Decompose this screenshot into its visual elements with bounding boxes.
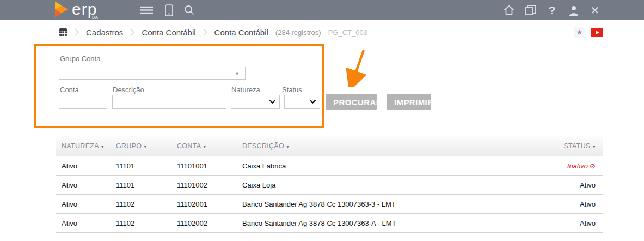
erp-logo-icon	[54, 1, 69, 17]
windows-cascade-icon[interactable]	[523, 0, 539, 20]
cell-grupo: 11101	[111, 162, 171, 170]
cell-descricao: Banco Santander Ag 3878 Cc 13007363-A - …	[237, 219, 532, 227]
table-row[interactable]: Ativo 11102 11102002 Banco Santander Ag …	[56, 214, 603, 233]
table-row[interactable]: Ativo 11101 11101002 Caixa Loja Ativo	[56, 176, 603, 195]
form-divider	[59, 49, 603, 49]
sort-icon: ▾	[593, 143, 596, 149]
column-header-descricao[interactable]: DESCRIÇÃO▾	[237, 142, 532, 150]
chevron-down-icon	[310, 100, 316, 104]
grupo-conta-dropdown[interactable]: ▼	[59, 67, 246, 80]
cell-natureza: Ativo	[56, 200, 111, 208]
sort-icon: ▾	[203, 143, 206, 149]
cell-grupo: 11102	[111, 219, 171, 227]
conta-label: Conta	[60, 86, 79, 94]
cell-grupo: 11102	[111, 200, 171, 208]
favorite-button[interactable]: ★	[574, 27, 585, 38]
conta-contabil-table: NATUREZA▾ GRUPO▾ CONTA▾ DESCRIÇÃO▾ STATU…	[56, 136, 603, 233]
erp-logo[interactable]: erp DA MODA	[54, 1, 97, 17]
descricao-label: Descrição	[113, 86, 144, 94]
column-header-status[interactable]: STATUS▾	[532, 142, 603, 150]
mobile-phone-icon[interactable]	[162, 0, 175, 20]
sort-icon: ▾	[101, 143, 104, 149]
cell-conta: 11101001	[171, 162, 237, 170]
breadcrumb-separator-icon	[75, 28, 79, 36]
table-row[interactable]: Ativo 11102 11102001 Banco Santander Ag …	[56, 195, 603, 214]
star-icon: ★	[576, 29, 582, 35]
breadcrumb-item-cadastros[interactable]: Cadastros	[86, 28, 123, 37]
status-label: Status	[282, 86, 302, 94]
table-row[interactable]: Ativo 11101 11101001 Caixa Fabrica Inati…	[56, 156, 603, 176]
home-icon[interactable]	[501, 0, 517, 20]
cell-status-inactive: Inativo⊘	[532, 162, 603, 170]
records-count: (284 registros)	[275, 28, 321, 37]
natureza-label: Natureza	[231, 86, 260, 94]
cell-descricao: Caixa Loja	[237, 181, 532, 189]
grupo-conta-label: Grupo Conta	[60, 55, 100, 63]
sort-icon: ▾	[144, 143, 146, 149]
cell-status: Ativo	[532, 219, 603, 227]
user-icon[interactable]	[566, 0, 581, 20]
breadcrumb-current-page: Conta Contábil	[214, 28, 268, 37]
breadcrumb-separator-icon	[203, 28, 207, 36]
close-icon[interactable]: ✕	[588, 0, 602, 20]
status-select[interactable]	[284, 95, 320, 109]
search-icon[interactable]	[182, 0, 196, 20]
cell-conta: 11101002	[171, 181, 237, 189]
cell-status: Ativo	[532, 181, 603, 189]
cell-natureza: Ativo	[56, 181, 111, 189]
cell-grupo: 11101	[111, 181, 171, 189]
chevron-down-icon: ▼	[235, 71, 240, 76]
cell-status: Ativo	[532, 200, 603, 208]
breadcrumb-separator-icon	[130, 28, 134, 36]
erp-page: erp DA MODA ? ✕ Cadastros Con	[0, 0, 644, 241]
column-header-natureza[interactable]: NATUREZA▾	[56, 142, 111, 150]
help-icon[interactable]: ?	[545, 0, 559, 20]
annotation-arrow	[345, 47, 371, 87]
chevron-down-icon	[269, 100, 275, 104]
column-header-grupo[interactable]: GRUPO▾	[111, 142, 171, 150]
module-grid-icon[interactable]	[59, 28, 68, 37]
menu-hamburger-icon[interactable]	[138, 0, 155, 20]
topbar: erp DA MODA ? ✕	[0, 0, 644, 20]
natureza-select[interactable]	[231, 95, 280, 109]
cell-conta: 11102002	[171, 219, 237, 227]
cell-natureza: Ativo	[56, 219, 111, 227]
cell-natureza: Ativo	[56, 162, 111, 170]
table-header-row: NATUREZA▾ GRUPO▾ CONTA▾ DESCRIÇÃO▾ STATU…	[56, 136, 603, 156]
procurar-button[interactable]: PROCURAR	[326, 94, 377, 110]
breadcrumb: Cadastros Conta Contábil Conta Contábil …	[59, 28, 367, 37]
youtube-icon	[591, 28, 603, 37]
breadcrumb-actions: ★	[574, 20, 603, 44]
cell-conta: 11102001	[171, 200, 237, 208]
prohibited-icon: ⊘	[590, 162, 596, 170]
cell-descricao: Caixa Fabrica	[237, 162, 532, 170]
cell-descricao: Banco Santander Ag 3878 Cc 13007363-3 - …	[237, 200, 532, 208]
imprimir-button[interactable]: IMPRIMIR	[387, 94, 431, 110]
column-header-conta[interactable]: CONTA▾	[171, 142, 237, 150]
breadcrumb-bar: Cadastros Conta Contábil Conta Contábil …	[0, 20, 644, 44]
breadcrumb-item-conta-contabil[interactable]: Conta Contábil	[142, 28, 195, 37]
descricao-input[interactable]	[112, 95, 226, 109]
conta-input[interactable]	[59, 95, 107, 109]
youtube-help-button[interactable]	[591, 28, 603, 37]
sort-icon: ▾	[286, 143, 289, 149]
page-code: PG_CT_003	[328, 28, 367, 37]
